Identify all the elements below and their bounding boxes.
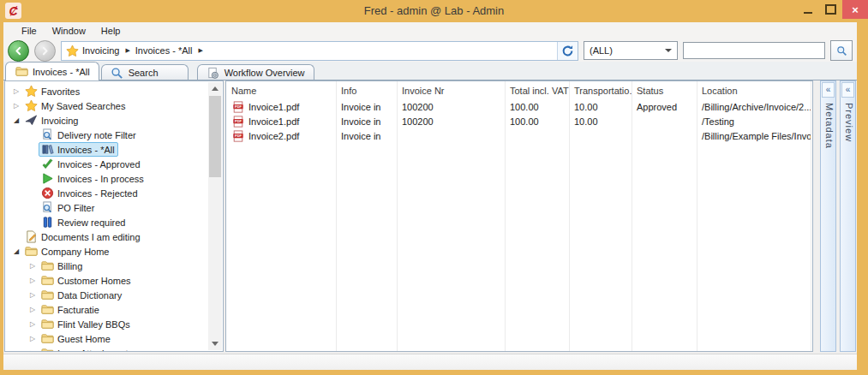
tree-item[interactable]: PO Filter [5, 200, 208, 215]
tree-item-label: PO Filter [57, 203, 94, 213]
tree-item[interactable]: Review required [5, 215, 208, 229]
tree-item[interactable]: Billing [5, 259, 208, 273]
menu-item[interactable]: File [14, 23, 45, 39]
tree-item[interactable]: Company Home [5, 244, 208, 259]
tree-expander-icon[interactable] [27, 335, 39, 342]
column-header[interactable]: Total incl. VAT [505, 86, 569, 96]
filter-dropdown[interactable]: (ALL) [584, 41, 678, 60]
tree-expander-icon[interactable] [27, 306, 39, 313]
metadata-panel-collapsed[interactable]: « Metadata [820, 80, 836, 352]
expand-metadata-button[interactable]: « [822, 82, 835, 98]
metadata-panel-label: Metadata [823, 103, 835, 149]
column-header[interactable]: Name [226, 86, 336, 96]
tree-expander-icon[interactable] [27, 277, 39, 284]
tree-item[interactable]: Guest Home [5, 331, 208, 346]
breadcrumb-item[interactable]: Invoices - *All ▶ [134, 45, 207, 56]
tree-item[interactable]: Flint Valley BBQs [5, 317, 208, 331]
folder-icon [40, 303, 54, 316]
menu-item[interactable]: Help [93, 23, 129, 39]
preview-panel-label: Preview [842, 103, 854, 142]
tree-expander-icon[interactable] [10, 247, 22, 255]
tree-item[interactable]: Favorites [5, 84, 208, 98]
column-header[interactable]: Transportatio... [569, 86, 632, 96]
cell-name: PDF Invoice1.pdf [226, 100, 336, 113]
tree-expander-icon[interactable] [27, 320, 39, 328]
breadcrumb[interactable]: Invoicing ▶ Invoices - *All ▶ [61, 41, 578, 61]
filter-icon [40, 128, 54, 141]
column-header[interactable]: Location [697, 86, 811, 96]
column-header[interactable]: Status [632, 86, 697, 96]
tree-item[interactable]: Documents I am editing [5, 229, 208, 244]
forward-button[interactable] [34, 40, 56, 62]
menu-item[interactable]: Window [45, 23, 93, 39]
tree-item[interactable]: Invoices - In process [5, 171, 208, 186]
tree-item[interactable]: Data Dictionary [5, 288, 208, 302]
preview-panel-collapsed[interactable]: « Preview [840, 80, 856, 352]
tree-item[interactable]: Invoices - Approved [5, 157, 208, 171]
scroll-up-icon[interactable] [208, 82, 222, 95]
close-button[interactable]: × [842, 0, 868, 19]
tab[interactable]: Invoices - *All [5, 62, 99, 80]
scrollbar-thumb[interactable] [209, 96, 221, 177]
app-window: Ȼ Fred - admin @ Lab - Admin × FileWindo… [0, 0, 868, 375]
tab[interactable]: Search [101, 64, 189, 80]
tree-expander-icon[interactable] [27, 349, 39, 351]
tree-item-label: Customer Homes [57, 276, 131, 286]
cell-total: 100.00 [505, 102, 569, 112]
tree-item[interactable]: Imap Attachments [5, 346, 208, 351]
tree-expander-icon[interactable] [27, 291, 39, 299]
breadcrumb-item[interactable]: Invoicing ▶ [81, 45, 134, 56]
tree-item-body: Delivery note Filter [39, 128, 140, 142]
expand-preview-button[interactable]: « [841, 82, 854, 98]
list-row[interactable]: PDF Invoice2.pdf Invoice in /Billing/Exa… [226, 128, 812, 143]
minimize-button[interactable] [796, 0, 819, 19]
list-row[interactable]: PDF Invoice1.pdf Invoice in 100200 100.0… [226, 99, 812, 114]
cell-location: /Billing/Archive/Invoice/2... [697, 102, 811, 112]
search-button[interactable] [830, 40, 853, 61]
status-bar [3, 354, 857, 370]
refresh-button[interactable] [557, 42, 578, 60]
tree-item[interactable]: Invoices - Rejected [5, 186, 208, 200]
tree-item[interactable]: My Saved Searches [5, 98, 208, 113]
folder-icon [40, 318, 54, 330]
tree-expander-icon[interactable] [10, 116, 22, 124]
tab[interactable]: Workflow Overview [197, 64, 314, 80]
cell-location: /Testing [697, 116, 811, 127]
app-logo-icon: Ȼ [5, 3, 21, 19]
tree-item-label: Imap Attachments [57, 348, 133, 352]
maximize-button[interactable] [819, 0, 842, 19]
list-row[interactable]: PDF Invoice1.pdf Invoice in 100200 100.0… [226, 114, 812, 128]
tree-item[interactable]: Invoices - *All [5, 142, 208, 157]
tree-item[interactable]: Delivery note Filter [5, 128, 208, 142]
tree-item-label: Flint Valley BBQs [57, 319, 130, 330]
tree-expander-icon[interactable] [10, 102, 22, 110]
tree-item[interactable]: Facturatie [5, 302, 208, 317]
folder-icon [15, 65, 28, 78]
tree-item[interactable]: Customer Homes [5, 273, 208, 288]
tree-expander-icon[interactable] [27, 262, 39, 270]
tree-item-body: Favorites [22, 84, 83, 98]
tree-item-label: Guest Home [57, 334, 111, 344]
breadcrumb-arrow-icon[interactable]: ▶ [123, 47, 131, 54]
favorite-star-icon[interactable] [66, 45, 79, 57]
cell-total: 100.00 [505, 116, 569, 127]
file-name: Invoice1.pdf [248, 116, 299, 127]
tree-expander-icon[interactable] [10, 87, 22, 95]
tree-scrollbar[interactable] [208, 82, 222, 350]
tree-item-label: Invoices - Rejected [57, 188, 138, 199]
breadcrumb-arrow-icon[interactable]: ▶ [196, 47, 204, 54]
menu-bar: FileWindowHelp [3, 22, 857, 39]
back-button[interactable] [8, 40, 29, 62]
folder-icon [40, 259, 54, 272]
tree-item[interactable]: Invoicing [5, 113, 208, 128]
search-input[interactable] [683, 42, 825, 59]
svg-text:PDF: PDF [235, 119, 242, 123]
tree-item-body: Review required [39, 215, 129, 229]
scroll-down-icon[interactable] [208, 337, 222, 350]
column-header[interactable]: Info [336, 86, 397, 96]
svg-text:PDF: PDF [235, 134, 242, 138]
tree-item-label: My Saved Searches [41, 101, 125, 111]
check-icon [40, 158, 54, 170]
tab-strip: Invoices - *All Search Workflow Overview [3, 62, 857, 80]
column-header[interactable]: Invoice Nr [397, 86, 505, 96]
